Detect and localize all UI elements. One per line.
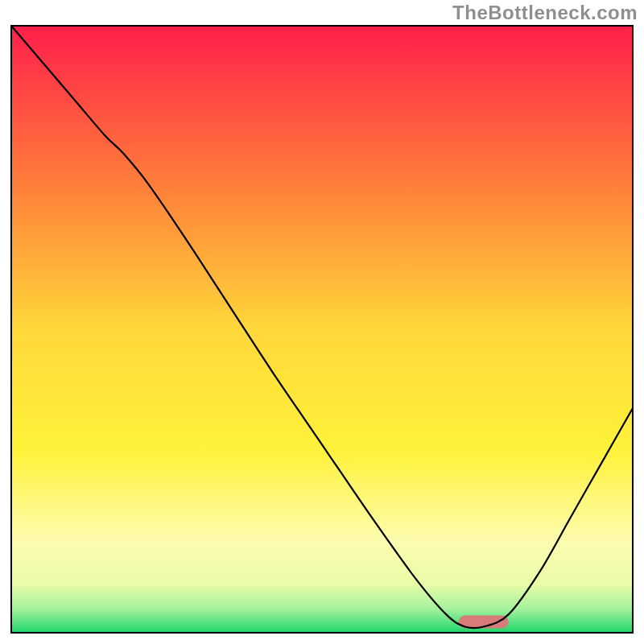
- watermark-text: TheBottleneck.com: [452, 2, 638, 24]
- chart-stage: TheBottleneck.com: [0, 0, 644, 644]
- bottleneck-chart: [0, 0, 644, 644]
- plot-background: [11, 26, 633, 633]
